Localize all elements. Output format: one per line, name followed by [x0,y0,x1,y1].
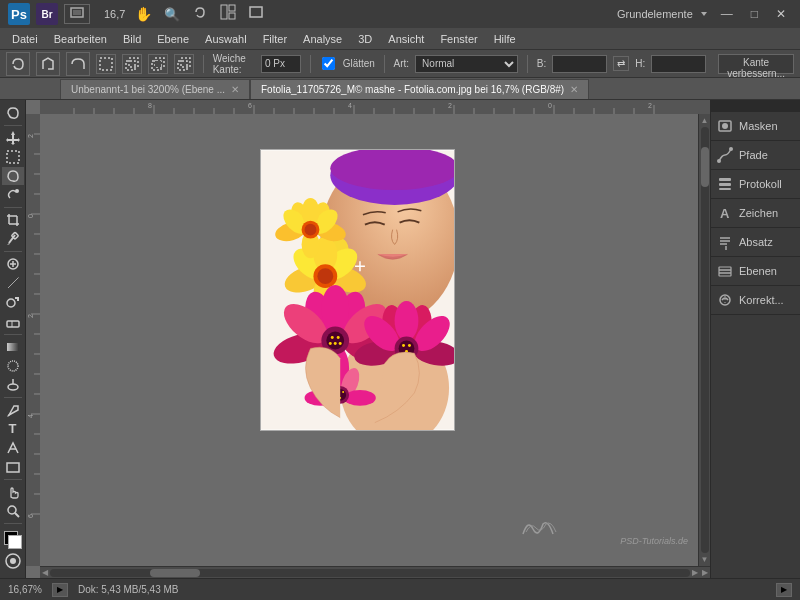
clone-tool[interactable] [2,293,24,311]
svg-rect-184 [719,267,731,270]
heal-tool[interactable] [2,255,24,273]
info-arrow-btn[interactable]: ▶ [776,583,792,597]
svg-rect-2 [221,5,227,19]
panel-item-masken[interactable]: Masken [711,112,800,141]
pen-tool[interactable] [2,401,24,419]
vertical-scrollbar[interactable]: ▲ ▼ [698,114,710,566]
menu-bearbeiten[interactable]: Bearbeiten [46,31,115,47]
zoom-tool[interactable] [2,502,24,520]
page-nav-btn[interactable]: ▶ [702,568,708,577]
horizontal-scrollbar[interactable]: ◀ ▶ ▶ [40,566,710,578]
panel-item-absatz[interactable]: Absatz [711,228,800,257]
v-scroll-thumb[interactable] [701,147,709,187]
hand-tool-btn[interactable]: ✋ [131,4,156,24]
lasso-normal-btn[interactable] [6,52,30,76]
svg-rect-4 [229,13,235,19]
weiche-kante-input[interactable] [261,55,301,73]
screen-mode-btn[interactable] [244,2,268,26]
move-tool[interactable] [2,129,24,147]
crop-tool[interactable] [2,211,24,229]
art-select[interactable]: Normal Festes Verhältnis Feste Größe [415,55,518,73]
menu-3d[interactable]: 3D [350,31,380,47]
tab-0[interactable]: Unbenannt-1 bei 3200% (Ebene ... ✕ [60,79,250,99]
close-button[interactable]: ✕ [770,5,792,23]
v-scroll-track[interactable] [701,127,709,553]
marquee-tool[interactable] [2,148,24,166]
absatz-icon [717,234,733,250]
br-icon: Br [36,3,58,25]
lasso-poly-btn[interactable] [36,52,60,76]
menubar: Datei Bearbeiten Bild Ebene Auswahl Filt… [0,28,800,50]
tab-0-close[interactable]: ✕ [231,84,239,95]
dodge-tool[interactable] [2,376,24,394]
layout-btn[interactable] [216,2,240,26]
svg-rect-9 [126,61,135,70]
canvas-content[interactable]: PSD-Tutorials.de [40,114,698,566]
quick-mask-btn[interactable] [4,552,22,572]
menu-ansicht[interactable]: Ansicht [380,31,432,47]
color-picker[interactable] [2,529,24,547]
path-select-tool[interactable] [2,439,24,457]
scroll-left-btn[interactable]: ◀ [42,568,48,577]
svg-point-171 [722,123,728,129]
scroll-up-btn[interactable]: ▲ [701,116,709,125]
swap-btn[interactable]: ⇄ [613,56,629,71]
svg-point-137 [321,285,349,333]
minimize-button[interactable]: — [715,5,739,23]
panel-item-pfade[interactable]: Pfade [711,141,800,170]
mode-button[interactable] [64,4,90,24]
zoom-info-btn[interactable]: ▶ [52,583,68,597]
blur-tool[interactable] [2,357,24,375]
brush-tool[interactable] [2,274,24,292]
shape-tool[interactable] [2,458,24,476]
gradient-tool[interactable] [2,338,24,356]
scroll-down-btn[interactable]: ▼ [701,555,709,564]
b-input[interactable] [552,55,607,73]
text-tool[interactable]: T [2,420,24,438]
eyedropper-tool[interactable] [2,230,24,248]
menu-auswahl[interactable]: Auswahl [197,31,255,47]
maximize-button[interactable]: □ [745,5,764,23]
menu-bild[interactable]: Bild [115,31,149,47]
titlebar-left: Ps Br 16,7 ✋ 🔍 [8,2,268,26]
svg-point-42 [10,558,16,564]
hand-tool[interactable] [2,483,24,501]
background-color[interactable] [8,535,22,549]
panel-item-zeichen[interactable]: A Zeichen [711,199,800,228]
svg-rect-80 [26,114,40,566]
selection-new-btn[interactable] [96,54,116,74]
lasso-tool[interactable] [2,104,24,122]
svg-point-130 [305,224,317,236]
lasso-tool-btn[interactable] [188,2,212,26]
selection-intersect-btn[interactable] [174,54,194,74]
tab-1[interactable]: Fotolia_11705726_M© mashe - Fotolia.com.… [250,79,589,99]
titlebar: Ps Br 16,7 ✋ 🔍 [0,0,800,28]
svg-rect-14 [178,61,187,70]
h-input[interactable] [651,55,706,73]
h-scroll-thumb[interactable] [150,569,200,577]
tab-1-close[interactable]: ✕ [570,84,578,95]
kante-verbessern-btn[interactable]: Kante verbessern... [718,54,794,74]
workspace-chevron-icon [699,9,709,19]
panel-item-protokoll[interactable]: Protokoll [711,170,800,199]
menu-filter[interactable]: Filter [255,31,295,47]
lasso-tool2[interactable] [2,167,24,185]
lasso-magnetic-btn[interactable] [66,52,90,76]
menu-ebene[interactable]: Ebene [149,31,197,47]
svg-point-39 [8,506,16,514]
zoom-tool-btn[interactable]: 🔍 [160,5,184,24]
selection-subtract-btn[interactable] [148,54,168,74]
menu-analyse[interactable]: Analyse [295,31,350,47]
pfade-icon [717,147,733,163]
menu-fenster[interactable]: Fenster [432,31,485,47]
eraser-tool[interactable] [2,313,24,331]
selection-add-btn[interactable] [122,54,142,74]
quick-select-tool[interactable] [2,186,24,204]
panel-item-ebenen[interactable]: Ebenen [711,257,800,286]
panel-item-korrekt[interactable]: Korrekt... [711,286,800,315]
h-scroll-track[interactable] [50,569,690,577]
menu-datei[interactable]: Datei [4,31,46,47]
glatten-checkbox[interactable] [322,57,335,70]
menu-hilfe[interactable]: Hilfe [486,31,524,47]
scroll-right-btn[interactable]: ▶ [692,568,698,577]
